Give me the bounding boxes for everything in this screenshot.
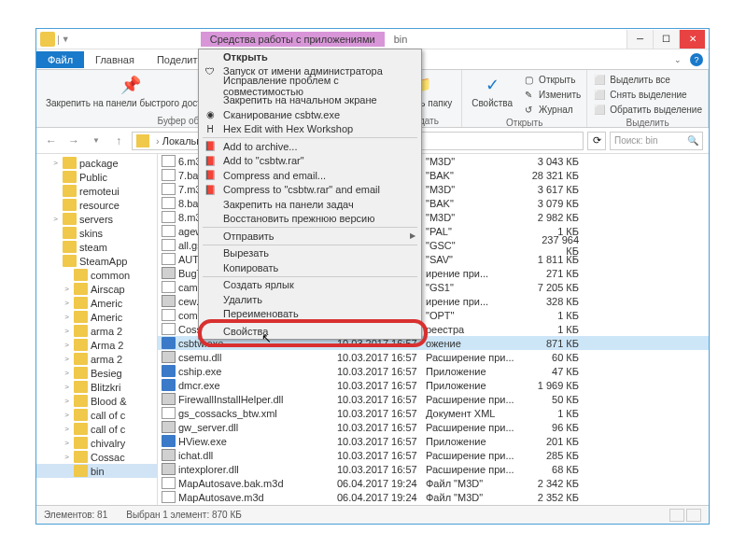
view-details-button[interactable] (669, 509, 684, 522)
tree-item[interactable]: remoteui (36, 184, 157, 198)
expand-icon[interactable]: > (63, 299, 71, 307)
file-row[interactable]: gw_server.dll10.03.2017 16:57Расширение … (158, 420, 709, 434)
invert-button[interactable]: ⬜Обратить выделение (593, 102, 702, 117)
expand-icon[interactable]: > (51, 159, 60, 167)
tree-item[interactable]: >Blitzkri (36, 380, 157, 394)
file-row[interactable]: cship.exe10.03.2017 16:57Приложение47 КБ (158, 364, 709, 378)
history-button[interactable]: ↺Журнал (522, 102, 581, 117)
help-icon[interactable]: ? (690, 53, 703, 66)
edit-button[interactable]: ✎Изменить (522, 87, 581, 102)
tree-item[interactable]: >Arma 2 (36, 338, 157, 352)
file-row[interactable]: dmcr.exe10.03.2017 16:57Приложение1 969 … (158, 378, 709, 392)
tab-file[interactable]: Файл (36, 51, 84, 68)
expand-icon[interactable]: > (63, 327, 71, 335)
tree-item[interactable]: >Besieg (36, 366, 157, 380)
expand-icon[interactable]: > (63, 425, 71, 433)
menu-item[interactable]: 📕Add to "csbtw.rar" (199, 154, 421, 169)
contextual-tab[interactable]: Средства работы с приложениями (201, 32, 385, 47)
file-size: 201 КБ (528, 436, 583, 447)
menu-item[interactable]: Переименовать (199, 307, 421, 322)
tree-item[interactable]: >call of c (36, 422, 157, 436)
expand-icon[interactable]: > (63, 453, 71, 461)
pin-button[interactable]: 📌Закрепить на панели быстрого доступа (42, 72, 220, 110)
menu-item[interactable]: Закрепить на начальном экране (199, 93, 421, 108)
file-row[interactable]: gs_cossacks_btw.xml10.03.2017 16:57Докум… (158, 406, 709, 420)
search-input[interactable]: Поиск: bin 🔍 (610, 132, 703, 150)
expand-icon[interactable]: > (63, 341, 71, 349)
expand-icon[interactable]: > (63, 355, 71, 363)
file-row[interactable]: MapAutosave.bak.m3d06.04.2017 19:24Файл … (158, 476, 709, 490)
close-button[interactable]: ✕ (679, 30, 705, 49)
quick-access-toolbar: | ▼ (40, 32, 70, 47)
expand-icon[interactable]: > (63, 383, 71, 391)
expand-icon[interactable]: > (51, 215, 60, 223)
ribbon-collapse-icon[interactable]: ⌄ (671, 53, 684, 66)
refresh-button[interactable]: ⟳ (587, 132, 606, 150)
menu-item[interactable]: Удалить (199, 292, 421, 307)
qat-dropdown[interactable]: ▼ (62, 35, 70, 44)
expand-icon[interactable]: > (63, 411, 71, 419)
tree-item[interactable]: common (36, 268, 157, 282)
context-menu[interactable]: Открыть🛡Запуск от имени администратораИс… (198, 49, 422, 340)
menu-item[interactable]: Отправить▶ (199, 229, 421, 244)
tree-item[interactable]: >call of c (36, 408, 157, 422)
tree-item[interactable]: >package (36, 156, 157, 170)
tree-item[interactable]: >servers (36, 212, 157, 226)
menu-item[interactable]: Создать ярлык (199, 278, 421, 293)
folder-tree[interactable]: >packagePublicremoteuiresource>serverssk… (36, 154, 158, 505)
tree-item-label: Cossac (91, 452, 125, 463)
tree-item[interactable]: >Blood & (36, 394, 157, 408)
file-row[interactable]: ichat.dll10.03.2017 16:57Расширение при.… (158, 448, 709, 462)
view-large-button[interactable] (686, 509, 701, 522)
expand-icon[interactable]: > (63, 313, 71, 321)
file-name: csemu.dll (178, 352, 337, 363)
tree-item[interactable]: >arma 2 (36, 324, 157, 338)
menu-item[interactable]: 📕Add to archive... (199, 139, 421, 154)
tree-item-label: chivalry (91, 438, 125, 449)
tree-item[interactable]: >Airscap (36, 282, 157, 296)
menu-item[interactable]: ◉Сканирование csbtw.exe (199, 107, 421, 122)
expand-icon[interactable]: > (63, 285, 71, 293)
expand-icon[interactable]: > (63, 369, 71, 377)
expand-icon[interactable]: > (63, 397, 71, 405)
back-button[interactable]: ← (42, 132, 61, 150)
file-row[interactable]: FirewallInstallHelper.dll10.03.2017 16:5… (158, 392, 709, 406)
file-row[interactable]: intexplorer.dll10.03.2017 16:57Расширени… (158, 462, 709, 476)
properties-button[interactable]: ✓Свойства (468, 72, 516, 110)
tab-home[interactable]: Главная (84, 51, 146, 68)
maximize-button[interactable]: ☐ (653, 30, 679, 49)
tree-item[interactable]: >arma 2 (36, 352, 157, 366)
tree-item[interactable]: bin (36, 464, 157, 478)
tree-item[interactable]: SteamApp (36, 254, 157, 268)
folder-icon (63, 227, 77, 239)
tree-item[interactable]: steam (36, 240, 157, 254)
tree-item[interactable]: >Americ (36, 296, 157, 310)
menu-item[interactable]: Открыть (199, 49, 421, 64)
menu-item[interactable]: Закрепить на панели задач (199, 197, 421, 212)
up-button[interactable]: ↑ (109, 132, 128, 150)
menu-item[interactable]: 📕Compress to "csbtw.rar" and email (199, 183, 421, 198)
tree-item[interactable]: resource (36, 198, 157, 212)
file-row[interactable]: HView.exe10.03.2017 16:57Приложение201 К… (158, 434, 709, 448)
select-none-button[interactable]: ⬜Снять выделение (593, 87, 702, 102)
minimize-button[interactable]: ─ (626, 30, 653, 49)
menu-item[interactable]: Свойства (199, 324, 421, 339)
menu-item[interactable]: Восстановить прежнюю версию (199, 212, 421, 227)
open-button[interactable]: ▢Открыть (522, 72, 581, 87)
tree-item[interactable]: skins (36, 226, 157, 240)
expand-icon[interactable]: > (63, 439, 71, 447)
file-row[interactable]: csemu.dll10.03.2017 16:57Расширение при.… (158, 350, 709, 364)
menu-item[interactable]: Копировать (199, 260, 421, 275)
forward-button[interactable]: → (64, 132, 83, 150)
tree-item[interactable]: >chivalry (36, 436, 157, 450)
menu-item[interactable]: HHex Edit with Hex Workshop (199, 122, 421, 137)
menu-item[interactable]: Исправление проблем с совместимостью (199, 78, 421, 93)
recent-dropdown[interactable]: ▼ (87, 132, 106, 150)
file-row[interactable]: MapAutosave.m3d06.04.2017 19:24Файл "M3D… (158, 490, 709, 504)
tree-item[interactable]: >Cossac (36, 450, 157, 464)
tree-item[interactable]: >Americ (36, 310, 157, 324)
menu-item[interactable]: Вырезать (199, 246, 421, 261)
tree-item[interactable]: Public (36, 170, 157, 184)
select-all-button[interactable]: ⬜Выделить все (593, 72, 702, 87)
menu-item[interactable]: 📕Compress and email... (199, 168, 421, 183)
